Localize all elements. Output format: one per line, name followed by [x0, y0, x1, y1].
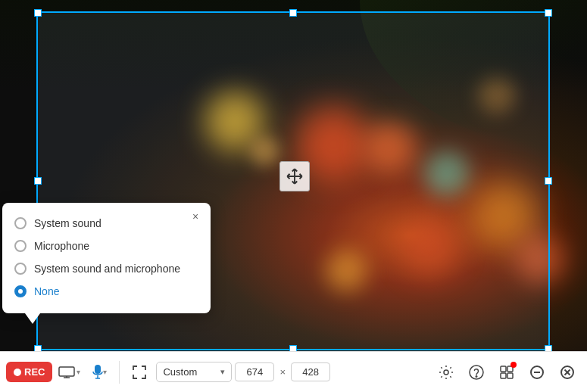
option-system-and-mic-label: System sound and microphone: [34, 263, 180, 275]
screen-button[interactable]: ▾: [55, 359, 83, 386]
divider-1: [119, 361, 120, 384]
fullscreen-icon: [133, 366, 146, 379]
svg-rect-10: [501, 366, 506, 372]
handle-top-right[interactable]: [545, 9, 552, 17]
handle-top-left[interactable]: [34, 9, 42, 17]
fullscreen-button[interactable]: [126, 359, 153, 386]
gear-icon: [439, 365, 454, 380]
close-button[interactable]: [554, 359, 581, 386]
microphone-icon: [92, 364, 103, 381]
custom-dropdown[interactable]: Custom ▾: [156, 362, 232, 382]
height-input[interactable]: [291, 362, 330, 381]
svg-rect-4: [95, 365, 101, 374]
option-system-sound-label: System sound: [34, 217, 101, 229]
svg-point-0: [14, 369, 21, 376]
handle-middle-left[interactable]: [34, 177, 42, 185]
option-none[interactable]: None: [2, 280, 211, 303]
apps-button[interactable]: [493, 359, 520, 386]
help-button[interactable]: [463, 359, 490, 386]
svg-point-7: [444, 370, 448, 375]
option-system-sound[interactable]: System sound: [2, 212, 211, 235]
svg-rect-1: [59, 367, 74, 376]
apps-badge: [511, 362, 517, 368]
microphone-button[interactable]: ▾: [86, 359, 113, 386]
handle-middle-right[interactable]: [545, 177, 552, 185]
radio-microphone[interactable]: [14, 240, 27, 252]
help-icon: [469, 365, 484, 380]
minimize-icon: [530, 366, 544, 379]
width-input[interactable]: [235, 362, 274, 381]
mic-dropdown-arrow: ▾: [103, 368, 107, 376]
handle-top-middle[interactable]: [289, 9, 297, 17]
rec-circle-icon: [14, 369, 21, 376]
rec-label: REC: [24, 366, 45, 378]
toolbar: REC ▾ ▾ Custom ▾ ×: [0, 351, 587, 392]
popup-close-button[interactable]: ×: [188, 209, 203, 224]
svg-rect-12: [501, 373, 506, 378]
settings-button[interactable]: [432, 359, 460, 386]
monitor-icon: [58, 366, 75, 378]
custom-dropdown-arrow: ▾: [220, 367, 225, 377]
radio-none[interactable]: [14, 285, 27, 297]
radio-system-and-mic[interactable]: [14, 263, 27, 275]
move-handle[interactable]: [279, 161, 310, 191]
option-microphone-label: Microphone: [34, 240, 89, 252]
minimize-button[interactable]: [523, 359, 551, 386]
audio-popup: × System sound Microphone System sound a…: [2, 203, 211, 313]
svg-rect-13: [507, 373, 513, 378]
option-microphone[interactable]: Microphone: [2, 235, 211, 257]
radio-system-sound[interactable]: [14, 217, 27, 229]
custom-dropdown-label: Custom: [163, 366, 197, 378]
option-system-and-mic[interactable]: System sound and microphone: [2, 257, 211, 280]
svg-point-9: [476, 375, 477, 377]
rec-button[interactable]: REC: [6, 362, 52, 382]
close-icon: [560, 366, 574, 379]
option-none-label: None: [34, 285, 59, 297]
screen-dropdown-arrow: ▾: [76, 368, 80, 376]
size-separator: ×: [277, 366, 288, 378]
